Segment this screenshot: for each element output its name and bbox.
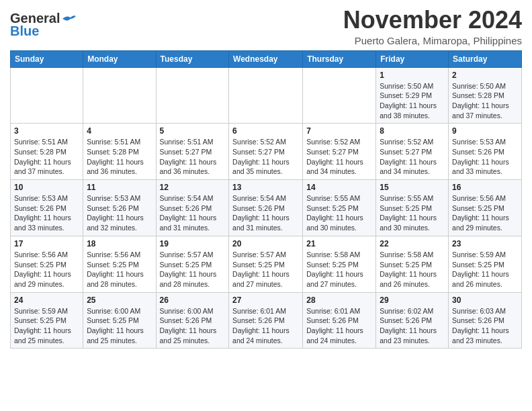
day-info: Sunrise: 5:56 AM Sunset: 5:25 PM Dayligh… bbox=[87, 250, 152, 289]
day-number: 5 bbox=[160, 126, 226, 136]
day-cell: 28Sunrise: 6:01 AM Sunset: 5:26 PM Dayli… bbox=[303, 292, 376, 349]
day-info: Sunrise: 5:52 AM Sunset: 5:27 PM Dayligh… bbox=[380, 137, 445, 177]
day-cell: 14Sunrise: 5:55 AM Sunset: 5:25 PM Dayli… bbox=[303, 180, 376, 236]
day-number: 8 bbox=[380, 126, 445, 136]
calendar-table: SundayMondayTuesdayWednesdayThursdayFrid… bbox=[10, 50, 522, 349]
day-cell: 11Sunrise: 5:53 AM Sunset: 5:26 PM Dayli… bbox=[83, 180, 156, 236]
day-cell bbox=[303, 67, 376, 124]
day-number: 11 bbox=[87, 183, 152, 192]
day-info: Sunrise: 6:02 AM Sunset: 5:26 PM Dayligh… bbox=[380, 306, 445, 346]
day-info: Sunrise: 5:53 AM Sunset: 5:26 PM Dayligh… bbox=[87, 193, 152, 233]
day-cell: 22Sunrise: 5:58 AM Sunset: 5:25 PM Dayli… bbox=[376, 236, 449, 292]
logo-bird-icon bbox=[61, 13, 76, 24]
day-cell: 2Sunrise: 5:50 AM Sunset: 5:28 PM Daylig… bbox=[449, 67, 522, 124]
calendar-body: 1Sunrise: 5:50 AM Sunset: 5:29 PM Daylig… bbox=[11, 67, 522, 349]
day-cell bbox=[83, 67, 156, 124]
day-cell: 7Sunrise: 5:52 AM Sunset: 5:27 PM Daylig… bbox=[303, 124, 376, 180]
day-cell: 25Sunrise: 6:00 AM Sunset: 5:25 PM Dayli… bbox=[83, 292, 156, 349]
day-number: 23 bbox=[452, 239, 518, 248]
page-header: General Blue November 2024 Puerto Galera… bbox=[10, 7, 522, 46]
col-header-saturday: Saturday bbox=[449, 50, 522, 67]
day-cell: 9Sunrise: 5:53 AM Sunset: 5:26 PM Daylig… bbox=[449, 124, 522, 180]
day-number: 6 bbox=[232, 126, 299, 136]
day-number: 1 bbox=[380, 71, 445, 80]
day-number: 19 bbox=[160, 239, 226, 248]
day-cell: 30Sunrise: 6:03 AM Sunset: 5:26 PM Dayli… bbox=[449, 292, 522, 349]
day-cell: 19Sunrise: 5:57 AM Sunset: 5:25 PM Dayli… bbox=[156, 236, 229, 292]
day-info: Sunrise: 5:51 AM Sunset: 5:27 PM Dayligh… bbox=[160, 137, 226, 177]
day-info: Sunrise: 6:00 AM Sunset: 5:26 PM Dayligh… bbox=[160, 306, 226, 346]
day-cell: 16Sunrise: 5:56 AM Sunset: 5:25 PM Dayli… bbox=[449, 180, 522, 236]
day-number: 2 bbox=[452, 71, 518, 80]
logo: General Blue bbox=[10, 7, 76, 39]
day-info: Sunrise: 5:57 AM Sunset: 5:25 PM Dayligh… bbox=[160, 250, 226, 289]
day-info: Sunrise: 5:57 AM Sunset: 5:25 PM Dayligh… bbox=[232, 250, 299, 289]
day-number: 7 bbox=[306, 126, 372, 136]
day-cell: 27Sunrise: 6:01 AM Sunset: 5:26 PM Dayli… bbox=[229, 292, 303, 349]
day-number: 30 bbox=[452, 295, 518, 305]
day-number: 3 bbox=[14, 126, 79, 136]
day-number: 21 bbox=[306, 239, 372, 248]
day-number: 22 bbox=[380, 239, 445, 248]
day-info: Sunrise: 5:53 AM Sunset: 5:26 PM Dayligh… bbox=[452, 137, 518, 177]
day-number: 26 bbox=[160, 295, 226, 305]
day-cell: 12Sunrise: 5:54 AM Sunset: 5:26 PM Dayli… bbox=[156, 180, 229, 236]
location: Puerto Galera, Mimaropa, Philippines bbox=[343, 35, 522, 46]
col-header-wednesday: Wednesday bbox=[229, 50, 303, 67]
week-row-2: 3Sunrise: 5:51 AM Sunset: 5:28 PM Daylig… bbox=[11, 124, 522, 180]
day-number: 27 bbox=[232, 295, 299, 305]
calendar-header: SundayMondayTuesdayWednesdayThursdayFrid… bbox=[11, 50, 522, 67]
day-cell: 5Sunrise: 5:51 AM Sunset: 5:27 PM Daylig… bbox=[156, 124, 229, 180]
day-info: Sunrise: 6:01 AM Sunset: 5:26 PM Dayligh… bbox=[306, 306, 372, 346]
day-info: Sunrise: 5:50 AM Sunset: 5:28 PM Dayligh… bbox=[452, 81, 518, 121]
day-number: 28 bbox=[306, 295, 372, 305]
col-header-friday: Friday bbox=[376, 50, 449, 67]
col-header-tuesday: Tuesday bbox=[156, 50, 229, 67]
week-row-1: 1Sunrise: 5:50 AM Sunset: 5:29 PM Daylig… bbox=[11, 67, 522, 124]
day-number: 24 bbox=[14, 295, 79, 305]
day-info: Sunrise: 5:59 AM Sunset: 5:25 PM Dayligh… bbox=[452, 250, 518, 289]
day-cell: 13Sunrise: 5:54 AM Sunset: 5:26 PM Dayli… bbox=[229, 180, 303, 236]
day-number: 10 bbox=[14, 183, 79, 192]
day-cell: 29Sunrise: 6:02 AM Sunset: 5:26 PM Dayli… bbox=[376, 292, 449, 349]
day-number: 14 bbox=[306, 183, 372, 192]
day-info: Sunrise: 5:59 AM Sunset: 5:25 PM Dayligh… bbox=[14, 306, 79, 346]
month-title: November 2024 bbox=[343, 7, 522, 34]
day-info: Sunrise: 5:56 AM Sunset: 5:25 PM Dayligh… bbox=[452, 193, 518, 233]
day-cell: 23Sunrise: 5:59 AM Sunset: 5:25 PM Dayli… bbox=[449, 236, 522, 292]
day-number: 20 bbox=[232, 239, 299, 248]
day-cell: 6Sunrise: 5:52 AM Sunset: 5:27 PM Daylig… bbox=[229, 124, 303, 180]
col-header-monday: Monday bbox=[83, 50, 156, 67]
day-info: Sunrise: 5:53 AM Sunset: 5:26 PM Dayligh… bbox=[14, 193, 79, 233]
day-number: 9 bbox=[452, 126, 518, 136]
day-number: 12 bbox=[160, 183, 226, 192]
title-block: November 2024 Puerto Galera, Mimaropa, P… bbox=[343, 7, 522, 46]
day-info: Sunrise: 5:54 AM Sunset: 5:26 PM Dayligh… bbox=[232, 193, 299, 233]
day-number: 17 bbox=[14, 239, 79, 248]
day-cell: 4Sunrise: 5:51 AM Sunset: 5:28 PM Daylig… bbox=[83, 124, 156, 180]
day-cell bbox=[229, 67, 303, 124]
logo-blue: Blue bbox=[10, 24, 39, 39]
day-number: 29 bbox=[380, 295, 445, 305]
day-cell: 24Sunrise: 5:59 AM Sunset: 5:25 PM Dayli… bbox=[11, 292, 83, 349]
day-cell: 17Sunrise: 5:56 AM Sunset: 5:25 PM Dayli… bbox=[11, 236, 83, 292]
day-number: 13 bbox=[232, 183, 299, 192]
day-info: Sunrise: 5:52 AM Sunset: 5:27 PM Dayligh… bbox=[232, 137, 299, 177]
day-cell: 18Sunrise: 5:56 AM Sunset: 5:25 PM Dayli… bbox=[83, 236, 156, 292]
day-number: 16 bbox=[452, 183, 518, 192]
day-cell: 15Sunrise: 5:55 AM Sunset: 5:25 PM Dayli… bbox=[376, 180, 449, 236]
day-info: Sunrise: 5:58 AM Sunset: 5:25 PM Dayligh… bbox=[380, 250, 445, 289]
day-cell bbox=[156, 67, 229, 124]
day-info: Sunrise: 5:54 AM Sunset: 5:26 PM Dayligh… bbox=[160, 193, 226, 233]
day-number: 18 bbox=[87, 239, 152, 248]
day-info: Sunrise: 5:55 AM Sunset: 5:25 PM Dayligh… bbox=[380, 193, 445, 233]
day-cell: 3Sunrise: 5:51 AM Sunset: 5:28 PM Daylig… bbox=[11, 124, 83, 180]
day-cell: 20Sunrise: 5:57 AM Sunset: 5:25 PM Dayli… bbox=[229, 236, 303, 292]
day-cell: 1Sunrise: 5:50 AM Sunset: 5:29 PM Daylig… bbox=[376, 67, 449, 124]
col-header-thursday: Thursday bbox=[303, 50, 376, 67]
week-row-4: 17Sunrise: 5:56 AM Sunset: 5:25 PM Dayli… bbox=[11, 236, 522, 292]
day-info: Sunrise: 5:58 AM Sunset: 5:25 PM Dayligh… bbox=[306, 250, 372, 289]
day-number: 4 bbox=[87, 126, 152, 136]
day-info: Sunrise: 6:03 AM Sunset: 5:26 PM Dayligh… bbox=[452, 306, 518, 346]
day-info: Sunrise: 5:56 AM Sunset: 5:25 PM Dayligh… bbox=[14, 250, 79, 289]
